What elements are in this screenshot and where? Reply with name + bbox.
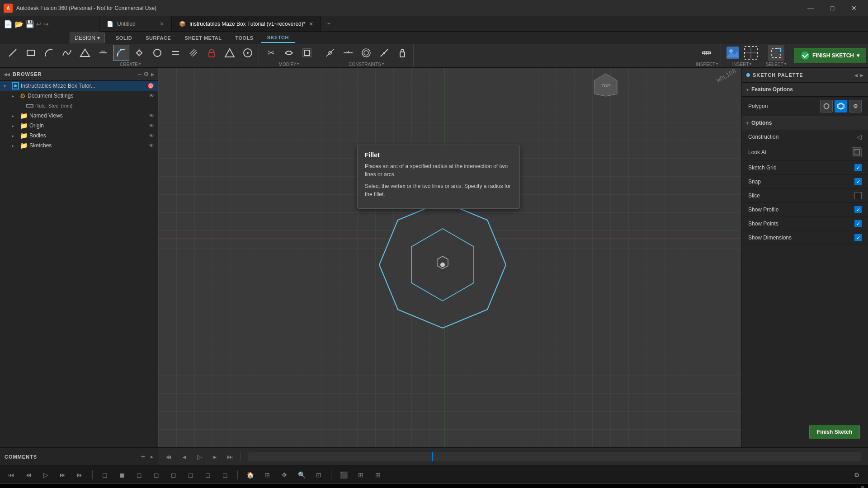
insert-canvas-tool[interactable] [743,45,759,61]
measure-tool[interactable] [698,45,715,61]
polygon-inscribed-button[interactable] [820,100,833,113]
frame-loop-icon[interactable]: ◻ [184,469,198,481]
browser-bodies-eye-icon[interactable]: 👁 [149,132,154,139]
show-dimensions-checkbox[interactable]: ✓ [854,234,862,241]
midpoint-tool[interactable] [376,45,392,61]
arc-tool[interactable] [41,45,57,61]
browser-collapse-icon[interactable]: ▸ [151,70,154,78]
finish-sketch-ribbon-button[interactable]: FINISH SKETCH ▾ [794,48,866,63]
frame-key-icon[interactable]: ◻ [150,469,163,481]
lock-tool[interactable] [203,45,220,61]
timeline-play-button[interactable]: ▷ [193,450,206,463]
view-pan-icon[interactable]: ✥ [278,469,291,481]
playback-prev-icon[interactable]: ⏮ [22,469,35,481]
timeline-next-button[interactable]: ▸ [208,450,222,463]
display-mode-icon[interactable]: ⬛ [337,469,350,481]
playback-next-icon[interactable]: ⏭ [56,469,70,481]
collinear-tool[interactable] [340,45,356,61]
timeline-last-button[interactable]: ⏭ [223,450,237,463]
insert-image-tool[interactable] [725,45,741,61]
sketch-grid-checkbox[interactable]: ✓ [854,164,862,171]
trim-tool[interactable]: ✂ [263,45,279,61]
view-zoom-icon[interactable]: 🔍 [295,469,308,481]
browser-item-docsettings[interactable]: ▸ ⚙ Document Settings 👁 [0,91,158,101]
maximize-button[interactable]: □ [822,0,843,16]
playback-play-icon[interactable]: ▷ [39,469,52,481]
display-more-icon[interactable]: ⊞ [371,469,385,481]
ribbon-tab-solid[interactable]: SOLID [109,33,138,42]
extend-tool[interactable] [281,45,297,61]
polytri-tool[interactable] [222,45,238,61]
frame-anim-icon[interactable]: ◻ [201,469,215,481]
browser-namedviews-eye-icon[interactable]: 👁 [149,113,154,119]
search-button[interactable]: 🔍 [24,486,42,488]
options-header[interactable]: ▾ Options [742,116,868,130]
offset-curve-tool[interactable] [299,45,315,61]
palette-expand-icon[interactable]: ▸ [860,71,863,79]
close-button[interactable]: ✕ [844,0,864,16]
minimize-button[interactable]: — [800,0,821,16]
browser-item-rule[interactable]: Rule: Steel (mm) [0,101,158,111]
show-points-checkbox[interactable]: ✓ [854,220,862,227]
view-cube[interactable]: TOP [592,71,619,99]
browser-docsettings-eye-icon[interactable]: 👁 [149,93,154,99]
taskview-button[interactable]: ❑ [43,486,61,488]
timeline-prev-button[interactable]: ◂ [177,450,191,463]
palette-collapse-icon[interactable]: ◂ [854,71,858,79]
tab-maze-close[interactable]: ✕ [309,21,313,27]
ribbon-tab-tools[interactable]: TOOLS [229,33,260,42]
quick-access-new[interactable]: 📄 [4,20,13,28]
line-tool[interactable] [5,45,21,61]
display-grid-icon[interactable]: ⊞ [354,469,368,481]
snap-checkbox[interactable]: ✓ [854,178,862,185]
quick-access-save[interactable]: 💾 [25,20,34,28]
quick-access-undo[interactable]: ↩ [36,20,42,28]
timeline-first-button[interactable]: ⏮ [162,450,175,463]
rectangle-tool[interactable] [23,45,39,61]
view-grid-icon[interactable]: ⊞ [260,469,274,481]
tab-untitled[interactable]: 📄 Untitled ✕ [99,16,172,31]
frame-more-icon[interactable]: ◻ [218,469,232,481]
playback-last-icon[interactable]: ⏭ [73,469,87,481]
browser-sketches-eye-icon[interactable]: 👁 [149,142,154,149]
concentric-tool[interactable] [358,45,374,61]
taskbar-item-edge[interactable] [83,486,101,488]
ribbon-tab-sketch[interactable]: SKETCH [261,33,295,43]
taskbar-show-desktop-button[interactable] [861,486,864,488]
browser-settings-icon[interactable]: ⚙ [143,70,149,78]
view-home-icon[interactable]: 🏠 [243,469,257,481]
offset-tool[interactable] [95,45,111,61]
look-at-button[interactable] [852,147,862,157]
frame-end-icon[interactable]: ◻ [167,469,180,481]
select-tool[interactable] [768,45,784,61]
frame-fwd-icon[interactable]: ◻ [132,469,146,481]
quick-access-redo[interactable]: ↪ [43,20,49,28]
fillet-tool[interactable] [113,45,129,61]
browser-hide-icon[interactable]: − [138,70,142,78]
show-profile-checkbox[interactable]: ✓ [854,206,862,213]
feature-options-header[interactable]: ▾ Feature Options [742,83,868,97]
view-zoom-window-icon[interactable]: ⊡ [312,469,326,481]
circle-tool[interactable] [149,45,165,61]
start-button[interactable]: ⊞ [4,486,22,488]
symmetry-tool[interactable] [131,45,147,61]
comments-add-icon[interactable]: + [141,453,145,461]
tab-add-button[interactable]: + [321,16,336,31]
coincident-tool[interactable] [322,45,338,61]
quick-access-open[interactable]: 📂 [14,20,24,28]
polygon-circumscribed-button[interactable] [835,100,847,113]
slice-checkbox[interactable] [854,192,862,199]
browser-item-sketches[interactable]: ▸ 📁 Sketches 👁 [0,141,158,150]
browser-back-icon[interactable]: ◂◂ [4,70,10,78]
playback-first-icon[interactable]: ⏮ [5,469,18,481]
finish-sketch-panel-button[interactable]: Finish Sketch [809,425,860,439]
comments-collapse-icon[interactable]: ▸ [151,454,153,460]
browser-item-namedviews[interactable]: ▸ 📁 Named Views 👁 [0,111,158,121]
settings-icon[interactable]: ⚙ [850,469,863,481]
hatch-tool[interactable] [185,45,202,61]
fix-tool[interactable] [394,45,410,61]
browser-item-bodies[interactable]: ▸ 📁 Bodies 👁 [0,131,158,141]
frame-back-icon[interactable]: ◻ [98,469,112,481]
browser-item-origin[interactable]: ▸ 📁 Origin 👁 [0,121,158,131]
triangle-tool[interactable] [77,45,93,61]
